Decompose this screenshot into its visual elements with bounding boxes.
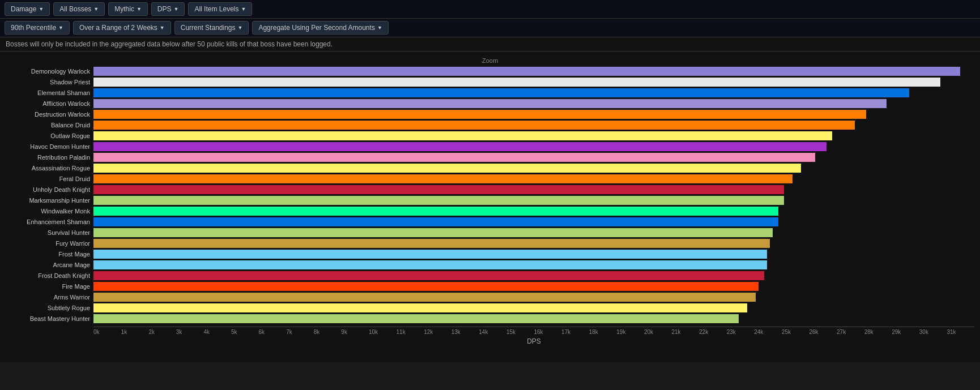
- bar-label: Assassination Rogue: [6, 165, 93, 172]
- bar-label: Balance Druid: [6, 122, 93, 128]
- bar-label: Beast Mastery Hunter: [6, 315, 93, 322]
- bar-label: Fire Mage: [6, 283, 93, 290]
- bar-track: [93, 110, 974, 119]
- x-tick: 17k: [561, 327, 589, 335]
- bar-track: [93, 239, 974, 248]
- nav-btn-all-item-levels[interactable]: All Item Levels ▼: [188, 2, 252, 16]
- bar-label: Frost Mage: [6, 251, 93, 258]
- bar-row: Outlaw Rogue: [6, 131, 974, 141]
- bar-track: [93, 303, 974, 312]
- bar-row: Frost Mage: [6, 249, 974, 259]
- dropdown-arrow-mythic: ▼: [137, 6, 142, 12]
- x-tick: 0k: [93, 327, 121, 335]
- x-tick: 24k: [754, 327, 782, 335]
- dropdown-arrow2-percentile: ▼: [58, 25, 63, 31]
- bar-row: Subtlety Rogue: [6, 303, 974, 313]
- bar-label: Destruction Warlock: [6, 111, 93, 118]
- x-tick: 14k: [479, 327, 506, 335]
- bar-track: [93, 88, 974, 97]
- x-tick: 8k: [314, 327, 342, 335]
- dropdown-arrow2-range: ▼: [160, 25, 165, 31]
- bar-track: [93, 121, 974, 130]
- notice-text: Bosses will only be included in the aggr…: [6, 40, 333, 48]
- second-nav-btn-aggregate[interactable]: Aggregate Using Per Second Amounts ▼: [252, 21, 388, 35]
- bar-fill: [93, 153, 815, 162]
- bar-fill: [93, 88, 909, 97]
- x-tick: 4k: [203, 327, 231, 335]
- bar-label: Outlaw Rogue: [6, 132, 93, 139]
- bar-track: [93, 293, 974, 302]
- bar-fill: [93, 314, 739, 323]
- bar-label: Marksmanship Hunter: [6, 197, 93, 204]
- second-nav-btn-standings[interactable]: Current Standings ▼: [174, 21, 249, 35]
- bar-label: Survival Hunter: [6, 229, 93, 236]
- nav-btn-dps[interactable]: DPS ▼: [151, 2, 185, 16]
- bar-label: Arms Warrior: [6, 294, 93, 301]
- top-nav: Damage ▼All Bosses ▼Mythic ▼DPS ▼All Ite…: [0, 0, 980, 37]
- chart-container: Zoom Demonology WarlockShadow PriestElem…: [0, 52, 980, 362]
- bar-track: [93, 314, 974, 323]
- bar-fill: [93, 185, 784, 194]
- bar-row: Windwalker Monk: [6, 206, 974, 216]
- bar-track: [93, 164, 974, 173]
- x-tick: 12k: [424, 327, 451, 335]
- bar-row: Elemental Shaman: [6, 88, 974, 98]
- bar-fill: [93, 207, 778, 216]
- bar-row: Havoc Demon Hunter: [6, 142, 974, 152]
- x-axis-label: DPS: [93, 337, 974, 345]
- bar-track: [93, 142, 974, 151]
- second-nav-btn-percentile[interactable]: 90th Percentile ▼: [5, 21, 70, 35]
- x-tick: 5k: [231, 327, 259, 335]
- bar-track: [93, 78, 974, 87]
- dropdown-arrow2-standings: ▼: [238, 25, 243, 31]
- bar-track: [93, 207, 974, 216]
- bar-label: Enhancement Shaman: [6, 218, 93, 225]
- bar-fill: [93, 239, 770, 248]
- x-tick: 7k: [286, 327, 314, 335]
- nav-btn-damage[interactable]: Damage ▼: [5, 2, 50, 16]
- bar-track: [93, 282, 974, 291]
- bar-label: Windwalker Monk: [6, 208, 93, 215]
- bar-fill: [93, 121, 855, 130]
- bar-fill: [93, 228, 773, 237]
- bar-label: Feral Druid: [6, 175, 93, 182]
- bar-track: [93, 174, 974, 183]
- bar-row: Destruction Warlock: [6, 109, 974, 119]
- bar-fill: [93, 99, 887, 108]
- bar-track: [93, 250, 974, 259]
- bar-row: Marksmanship Hunter: [6, 195, 974, 205]
- bar-fill: [93, 196, 784, 205]
- x-tick: 22k: [699, 327, 727, 335]
- bar-label: Affliction Warlock: [6, 100, 93, 107]
- zoom-label: Zoom: [6, 57, 974, 64]
- bar-fill: [93, 260, 767, 269]
- bar-fill: [93, 142, 826, 151]
- bar-track: [93, 217, 974, 226]
- x-tick: 23k: [727, 327, 755, 335]
- bar-row: Shadow Priest: [6, 77, 974, 87]
- bar-row: Unholy Death Knight: [6, 185, 974, 195]
- x-tick: 25k: [782, 327, 809, 335]
- bar-label: Arcane Mage: [6, 262, 93, 268]
- x-tick: 15k: [506, 327, 534, 335]
- x-tick: 13k: [451, 327, 479, 335]
- x-tick: 21k: [671, 327, 699, 335]
- x-tick: 19k: [616, 327, 644, 335]
- bar-label: Unholy Death Knight: [6, 186, 93, 193]
- x-tick: 1k: [121, 327, 149, 335]
- bar-fill: [93, 303, 747, 312]
- x-tick: 16k: [534, 327, 562, 335]
- bar-track: [93, 131, 974, 140]
- nav-btn-all-bosses[interactable]: All Bosses ▼: [53, 2, 105, 16]
- bar-row: Fire Mage: [6, 281, 974, 292]
- bar-track: [93, 153, 974, 162]
- notice-bar: Bosses will only be included in the aggr…: [0, 37, 980, 52]
- x-tick: 6k: [259, 327, 287, 335]
- bar-row: Demonology Warlock: [6, 66, 974, 76]
- bar-fill: [93, 271, 764, 280]
- x-tick: 30k: [919, 327, 947, 335]
- second-nav-btn-range[interactable]: Over a Range of 2 Weeks ▼: [73, 21, 171, 35]
- chart-area: Demonology WarlockShadow PriestElemental…: [6, 66, 974, 324]
- bar-label: Fury Warrior: [6, 240, 93, 247]
- nav-btn-mythic[interactable]: Mythic ▼: [108, 2, 148, 16]
